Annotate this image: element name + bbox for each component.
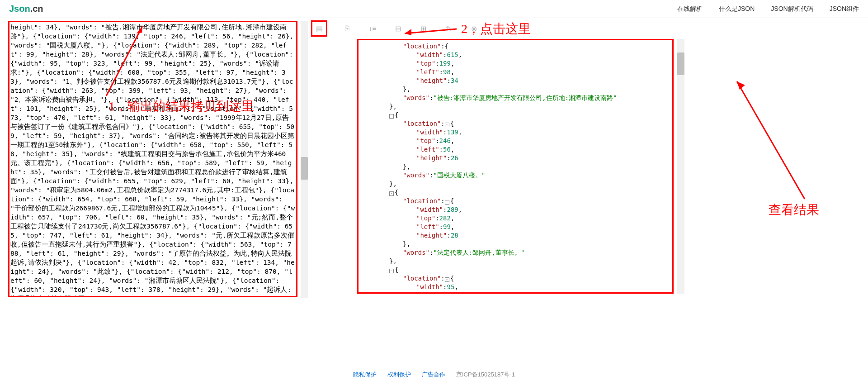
svg-line-4 xyxy=(737,81,805,199)
arrow1-icon xyxy=(99,23,154,100)
logo-json: Json xyxy=(9,4,30,14)
copy-icon[interactable]: ⎘ xyxy=(342,23,353,34)
left-scrollbar-thumb[interactable] xyxy=(301,157,308,180)
format-icon[interactable]: ▤ xyxy=(314,23,325,34)
footer: 隐私保护 权利保护 广告合作 京ICP备15025187号-1 xyxy=(0,368,868,381)
annotation-step2: 2，点击这里 xyxy=(461,20,531,38)
footer-ads[interactable]: 广告合作 xyxy=(422,371,445,379)
arrow3-icon xyxy=(732,77,832,204)
nav-components[interactable]: JSON组件 xyxy=(830,5,859,13)
nav: 在线解析 什么是JSON JSON解析代码 JSON组件 xyxy=(677,5,859,13)
arrow2-icon xyxy=(398,20,461,38)
format-button-highlight: ▤ xyxy=(311,20,327,37)
footer-rights[interactable]: 权利保护 xyxy=(387,371,411,379)
footer-privacy[interactable]: 隐私保护 xyxy=(353,371,377,379)
right-scrollbar-thumb[interactable] xyxy=(677,52,684,75)
json-output-pane[interactable]: "location":{"width":615,"top":199,"left"… xyxy=(357,39,674,294)
footer-icp: 京ICP备15025187号-1 xyxy=(456,371,515,379)
right-scrollbar[interactable] xyxy=(677,39,684,294)
svg-marker-5 xyxy=(737,81,745,90)
nav-parse[interactable]: 在线解析 xyxy=(677,5,703,13)
annotation-step3: 查看结果 xyxy=(769,201,819,219)
nav-what-is-json[interactable]: 什么是JSON xyxy=(719,5,755,13)
left-scrollbar[interactable] xyxy=(301,21,308,298)
annotation-step1: 1，输出的结果拷贝到这里 xyxy=(108,98,254,115)
sort-icon[interactable]: ↓≡ xyxy=(367,23,378,34)
header: Json.cn 在线解析 什么是JSON JSON解析代码 JSON组件 xyxy=(0,0,868,18)
svg-line-0 xyxy=(106,26,142,96)
svg-marker-3 xyxy=(405,29,411,35)
logo-cn: .cn xyxy=(30,4,43,14)
logo[interactable]: Json.cn xyxy=(9,4,43,14)
nav-parse-code[interactable]: JSON解析代码 xyxy=(771,5,813,13)
svg-line-2 xyxy=(405,29,457,33)
